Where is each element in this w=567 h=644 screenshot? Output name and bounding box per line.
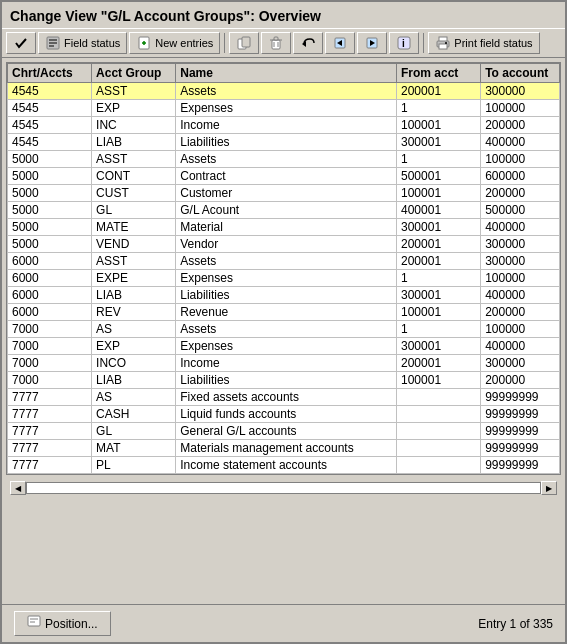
table-row[interactable]: 7000LIABLiabilities100001200000 — [8, 372, 560, 389]
prev-icon — [332, 35, 348, 51]
copy-button[interactable] — [229, 32, 259, 54]
title-bar: Change View "G/L Account Groups": Overvi… — [2, 2, 565, 28]
checkmark-icon — [13, 35, 29, 51]
cell-from — [397, 423, 481, 440]
table-row[interactable]: 7777ASFixed assets accounts99999999 — [8, 389, 560, 406]
cell-from: 100001 — [397, 185, 481, 202]
cell-acct: ASST — [92, 151, 176, 168]
cell-to: 300000 — [481, 355, 560, 372]
cell-to: 99999999 — [481, 423, 560, 440]
scroll-left-button[interactable]: ◀ — [10, 481, 26, 495]
scroll-right-button[interactable]: ▶ — [541, 481, 557, 495]
cell-acct: EXP — [92, 338, 176, 355]
table-row[interactable]: 7777CASHLiquid funds accounts99999999 — [8, 406, 560, 423]
cell-acct: ASST — [92, 253, 176, 270]
cell-name: Customer — [176, 185, 397, 202]
info-button[interactable]: i — [389, 32, 419, 54]
table-row[interactable]: 6000EXPEExpenses1100000 — [8, 270, 560, 287]
entry-info: Entry 1 of 335 — [478, 617, 553, 631]
table-row[interactable]: 5000MATEMaterial300001400000 — [8, 219, 560, 236]
svg-rect-25 — [28, 616, 40, 626]
cell-chrt: 4545 — [8, 134, 92, 151]
table-row[interactable]: 5000CONTContract500001600000 — [8, 168, 560, 185]
next-icon — [364, 35, 380, 51]
table-row[interactable]: 7777MATMaterials management accounts9999… — [8, 440, 560, 457]
table-row[interactable]: 7777GLGeneral G/L accounts99999999 — [8, 423, 560, 440]
cell-acct: AS — [92, 389, 176, 406]
table-row[interactable]: 4545EXPExpenses1100000 — [8, 100, 560, 117]
print-field-status-button[interactable]: Print field status — [428, 32, 539, 54]
cell-from: 1 — [397, 151, 481, 168]
cell-name: General G/L accounts — [176, 423, 397, 440]
table-row[interactable]: 6000LIABLiabilities300001400000 — [8, 287, 560, 304]
table-row[interactable]: 7000ASAssets1100000 — [8, 321, 560, 338]
cell-acct: CUST — [92, 185, 176, 202]
checkmark-button[interactable] — [6, 32, 36, 54]
cell-name: Expenses — [176, 100, 397, 117]
cell-name: Materials management accounts — [176, 440, 397, 457]
cell-to: 100000 — [481, 151, 560, 168]
table-row[interactable]: 5000ASSTAssets1100000 — [8, 151, 560, 168]
new-entries-icon — [136, 35, 152, 51]
table-row[interactable]: 5000GLG/L Acount400001500000 — [8, 202, 560, 219]
cell-name: G/L Acount — [176, 202, 397, 219]
cell-to: 99999999 — [481, 457, 560, 474]
new-entries-button[interactable]: New entries — [129, 32, 220, 54]
table-row[interactable]: 6000ASSTAssets200001300000 — [8, 253, 560, 270]
table-row[interactable]: 5000VENDVendor200001300000 — [8, 236, 560, 253]
prev-button[interactable] — [325, 32, 355, 54]
field-status-button[interactable]: Field status — [38, 32, 127, 54]
cell-from: 1 — [397, 100, 481, 117]
cell-acct: REV — [92, 304, 176, 321]
table-row[interactable]: 7000EXPExpenses300001400000 — [8, 338, 560, 355]
cell-acct: LIAB — [92, 134, 176, 151]
toolbar: Field status New entries — [2, 28, 565, 58]
svg-rect-9 — [272, 40, 280, 49]
cell-chrt: 6000 — [8, 270, 92, 287]
cell-acct: VEND — [92, 236, 176, 253]
position-button[interactable]: Position... — [14, 611, 111, 636]
print-icon — [435, 35, 451, 51]
table-row[interactable]: 4545INCIncome100001200000 — [8, 117, 560, 134]
cell-to: 200000 — [481, 304, 560, 321]
table-header-row: Chrt/Accts Acct Group Name From acct To … — [8, 64, 560, 83]
cell-to: 300000 — [481, 253, 560, 270]
cell-acct: GL — [92, 423, 176, 440]
cell-from — [397, 457, 481, 474]
cell-chrt: 4545 — [8, 83, 92, 100]
cell-to: 100000 — [481, 100, 560, 117]
delete-button[interactable] — [261, 32, 291, 54]
cell-acct: INC — [92, 117, 176, 134]
copy-icon — [236, 35, 252, 51]
horizontal-scrollbar[interactable]: ◀ ▶ — [6, 479, 561, 497]
table-row[interactable]: 7777PLIncome statement accounts99999999 — [8, 457, 560, 474]
cell-to: 400000 — [481, 219, 560, 236]
svg-point-24 — [445, 42, 447, 44]
scrollbar-track[interactable] — [26, 482, 541, 494]
cell-acct: GL — [92, 202, 176, 219]
separator-1 — [224, 33, 225, 53]
cell-acct: AS — [92, 321, 176, 338]
next-button[interactable] — [357, 32, 387, 54]
cell-acct: LIAB — [92, 287, 176, 304]
cell-from: 1 — [397, 270, 481, 287]
table-row[interactable]: 6000REVRevenue100001200000 — [8, 304, 560, 321]
cell-acct: MATE — [92, 219, 176, 236]
table-row[interactable]: 4545ASSTAssets200001300000 — [8, 83, 560, 100]
cell-from: 300001 — [397, 287, 481, 304]
cell-chrt: 6000 — [8, 287, 92, 304]
cell-acct: INCO — [92, 355, 176, 372]
page-title: Change View "G/L Account Groups": Overvi… — [10, 8, 321, 24]
info-icon: i — [396, 35, 412, 51]
cell-name: Income — [176, 355, 397, 372]
col-name: Name — [176, 64, 397, 83]
position-label: Position... — [45, 617, 98, 631]
undo-button[interactable] — [293, 32, 323, 54]
table-row[interactable]: 5000CUSTCustomer100001200000 — [8, 185, 560, 202]
table-row[interactable]: 7000INCOIncome200001300000 — [8, 355, 560, 372]
cell-from: 100001 — [397, 372, 481, 389]
cell-from: 100001 — [397, 117, 481, 134]
delete-icon — [268, 35, 284, 51]
table-row[interactable]: 4545LIABLiabilities300001400000 — [8, 134, 560, 151]
cell-to: 200000 — [481, 117, 560, 134]
